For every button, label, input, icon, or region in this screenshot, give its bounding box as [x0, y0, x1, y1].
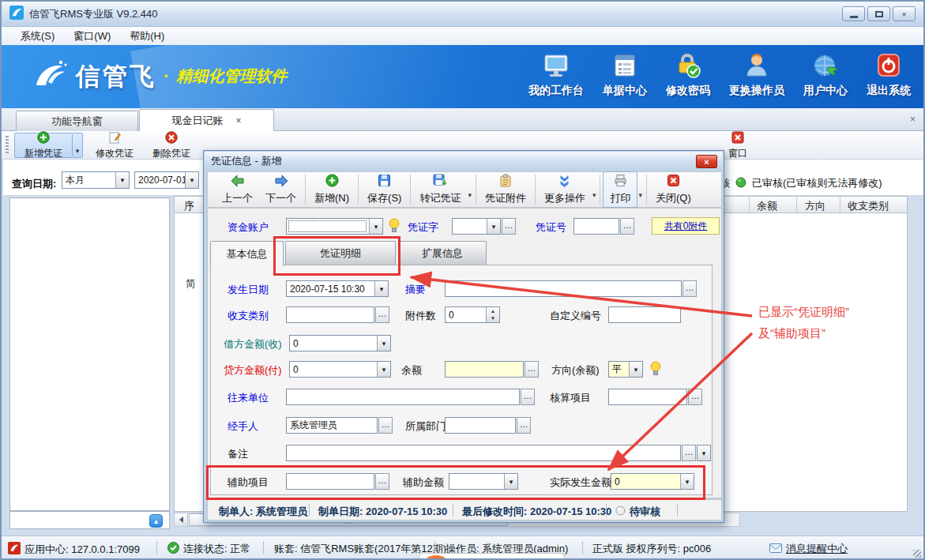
- credit-dropdown-icon[interactable]: [377, 362, 390, 377]
- attachment-count-link[interactable]: 共有0附件: [652, 217, 720, 235]
- more-operations-button[interactable]: 更多操作: [538, 172, 592, 207]
- query-date-dropdown-icon[interactable]: [185, 172, 198, 188]
- handler-label: 经手人: [227, 419, 258, 434]
- direction-dropdown-icon[interactable]: [629, 362, 642, 377]
- exit-system-button[interactable]: 退出系统: [867, 52, 911, 98]
- query-period-select[interactable]: 本月: [62, 171, 130, 189]
- handler-more-button[interactable]: [378, 417, 393, 434]
- highlight-box-aux-row: [206, 465, 705, 500]
- debit-select[interactable]: 0: [289, 335, 391, 351]
- account-item-more-button[interactable]: [688, 389, 702, 405]
- add-icon: [37, 131, 50, 146]
- handler-value: 系统管理员: [287, 419, 377, 432]
- tab-extended-info[interactable]: 扩展信息: [398, 241, 487, 265]
- occur-date-select[interactable]: 2020-07-15 10:30: [286, 280, 389, 297]
- category-more-button[interactable]: [375, 306, 389, 323]
- remark-dropdown-icon[interactable]: [698, 445, 710, 460]
- dialog-close-toolbar-button[interactable]: 关闭(Q): [649, 172, 698, 207]
- lightbulb-icon: [649, 361, 662, 379]
- window-title: 信管飞RMS专业版 V9.2.440: [29, 7, 158, 21]
- delete-voucher-button[interactable]: 删除凭证: [144, 133, 199, 158]
- prev-button[interactable]: 上一个: [216, 173, 259, 207]
- edit-voucher-button[interactable]: 修改凭证: [87, 133, 142, 158]
- voucher-no-input[interactable]: [573, 218, 619, 235]
- change-password-button[interactable]: 修改密码: [666, 52, 710, 98]
- dialog-add-label: 新增(N): [314, 191, 349, 205]
- arrow-right-icon: [274, 175, 288, 190]
- handler-input[interactable]: 系统管理员: [286, 417, 378, 434]
- summary-input[interactable]: [445, 280, 682, 297]
- minimize-button[interactable]: [842, 6, 865, 21]
- remark-dropdown[interactable]: [697, 445, 711, 461]
- dept-input[interactable]: [445, 417, 516, 434]
- voucher-word-more-button[interactable]: [502, 218, 516, 235]
- voucher-attachment-button[interactable]: 凭证附件: [479, 172, 532, 207]
- scroll-left-icon[interactable]: [175, 513, 188, 526]
- switch-operator-button[interactable]: 更换操作员: [729, 52, 784, 98]
- transfer-voucher-button[interactable]: 转记凭证: [413, 172, 467, 207]
- license-status: 正式版 授权序列号: pc006: [592, 542, 711, 556]
- next-button[interactable]: 下一个: [259, 173, 303, 207]
- transfer-caret[interactable]: ▾: [468, 191, 472, 199]
- app-center-status: 应用中心: 127.0.0.1:7099: [8, 542, 140, 557]
- workbench-button[interactable]: 我的工作台: [528, 52, 584, 98]
- account-item-input[interactable]: [608, 389, 687, 405]
- remark-input[interactable]: [286, 445, 681, 461]
- print-button[interactable]: 打印: [603, 171, 637, 208]
- summary-more-button[interactable]: [682, 280, 697, 297]
- tab-cash-journal[interactable]: 现金日记账 ×: [139, 109, 274, 131]
- col-direction: 方向: [805, 199, 825, 213]
- voucher-no-more-button[interactable]: [620, 218, 634, 235]
- balance-more-button[interactable]: [525, 361, 539, 378]
- menu-window[interactable]: 窗口(W): [64, 27, 120, 46]
- save-button[interactable]: 保存(S): [361, 172, 408, 207]
- attach-count-stepper[interactable]: 0 ▴▾: [445, 306, 500, 323]
- tab-close-icon[interactable]: ×: [235, 115, 241, 126]
- col-seq: 序: [184, 199, 194, 213]
- custom-no-input[interactable]: [608, 306, 681, 323]
- dept-more-button[interactable]: [517, 417, 531, 434]
- occur-date-dropdown-icon[interactable]: [374, 281, 388, 296]
- category-input[interactable]: [286, 306, 374, 323]
- fund-account-dropdown-icon[interactable]: [369, 219, 382, 234]
- tabstrip-close-icon[interactable]: ×: [910, 114, 916, 125]
- partner-input[interactable]: [286, 389, 520, 405]
- balance-input[interactable]: [445, 361, 524, 378]
- remark-more-button[interactable]: [682, 445, 696, 461]
- credit-select[interactable]: 0: [289, 361, 391, 378]
- app-window: 信管飞RMS专业版 V9.2.440 × 系统(S) 窗口(W) 帮助(H) 信…: [0, 0, 925, 560]
- dialog-add-button[interactable]: 新增(N): [308, 172, 355, 207]
- stepper-arrows-icon[interactable]: ▴▾: [486, 307, 499, 322]
- voucher-word-select[interactable]: [452, 218, 501, 235]
- close-window-label: 窗口: [728, 147, 747, 160]
- print-caret[interactable]: ▾: [638, 191, 642, 199]
- query-period-dropdown-icon[interactable]: [115, 172, 129, 188]
- envelope-icon: [769, 543, 782, 555]
- maximize-button[interactable]: [867, 6, 890, 21]
- scroll-up-button[interactable]: [149, 514, 163, 528]
- menu-help[interactable]: 帮助(H): [120, 27, 174, 46]
- fund-account-select[interactable]: [286, 218, 383, 235]
- resize-grip[interactable]: [913, 550, 921, 558]
- voucher-word-dropdown-icon[interactable]: [487, 219, 500, 234]
- documents-icon: [611, 52, 638, 81]
- close-button[interactable]: ×: [893, 6, 916, 21]
- add-voucher-dropdown[interactable]: [73, 133, 83, 158]
- document-center-button[interactable]: 单据中心: [603, 52, 647, 98]
- menu-system[interactable]: 系统(S): [11, 27, 64, 46]
- more-operations-caret[interactable]: ▾: [592, 191, 596, 199]
- add-icon: [325, 174, 339, 190]
- partner-more-button[interactable]: [521, 389, 535, 405]
- user-center-button[interactable]: 用户中心: [803, 52, 848, 98]
- tab-function-nav[interactable]: 功能导航窗: [16, 111, 138, 131]
- message-center-link[interactable]: 消息提醒中心: [769, 542, 848, 556]
- direction-select[interactable]: 平: [608, 361, 643, 378]
- dialog-close-button[interactable]: ×: [696, 155, 717, 168]
- partial-button-label[interactable]: 简: [186, 277, 195, 291]
- debit-dropdown-icon[interactable]: [377, 336, 390, 351]
- query-date-select[interactable]: 2020-07-01: [134, 171, 199, 189]
- pending-status-icon: [615, 506, 626, 518]
- add-voucher-button[interactable]: 新增凭证: [14, 133, 73, 158]
- next-label: 下一个: [265, 191, 296, 205]
- dept-label: 所属部门: [405, 419, 446, 434]
